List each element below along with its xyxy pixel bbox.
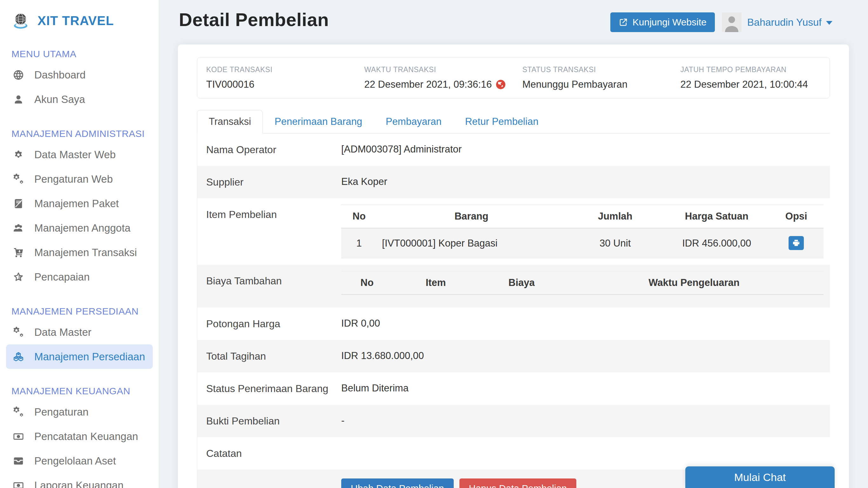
status-transaksi-value: Menunggu Pembayaran — [522, 79, 672, 90]
biaya-empty-body — [341, 295, 824, 301]
sidebar-item-label: Akun Saya — [34, 93, 85, 105]
sidebar-section-manajemen-keuangan: MANAJEMEN KEUANGAN Pengaturan Pencatatan… — [0, 386, 159, 488]
globe-icon — [11, 69, 25, 81]
external-link-icon — [619, 18, 628, 27]
sidebar-item-label: Pencatatan Keuangan — [34, 430, 138, 443]
brand-name: XIT TRAVEL — [37, 14, 114, 28]
cubes-icon — [11, 352, 25, 362]
sidebar-item-manajemen-paket[interactable]: Manajemen Paket — [0, 191, 159, 216]
money-icon — [11, 480, 25, 488]
avatar[interactable] — [722, 12, 742, 32]
users-icon — [11, 223, 25, 234]
nama-operator-value: [ADM003078] Administrator — [341, 133, 830, 165]
brand[interactable]: XIT TRAVEL — [0, 9, 159, 32]
sidebar-item-label: Manajemen Persediaan — [34, 351, 145, 363]
tab-transaksi[interactable]: Transaksi — [197, 110, 263, 133]
items-table: No Barang Jumlah Harga Satuan Opsi 1 [IV… — [341, 205, 824, 258]
visit-website-button[interactable]: Kunjungi Website — [610, 12, 715, 32]
edit-purchase-button[interactable]: Ubah Data Pembelian — [341, 479, 454, 488]
star-icon — [11, 272, 25, 282]
row-biaya-tambahan: Biaya Tambahan No Item Biaya Waktu Penge… — [197, 265, 830, 308]
sidebar-item-pengelolaan-aset[interactable]: Pengelolaan Aset — [0, 449, 159, 473]
sidebar-item-pengaturan-web[interactable]: Pengaturan Web — [0, 167, 159, 191]
supplier-value: Eka Koper — [341, 166, 830, 197]
sidebar-section-manajemen-persediaan: MANAJEMEN PERSEDIAAN Data Master Manajem… — [0, 307, 159, 369]
globe-red-icon — [496, 80, 506, 90]
row-supplier: Supplier Eka Koper — [197, 166, 830, 198]
sidebar-heading: MENU UTAMA — [0, 49, 159, 59]
items-col-jumlah: Jumlah — [566, 205, 664, 228]
row-bukti-pembelian: Bukti Pembelian - — [197, 405, 830, 437]
sidebar-item-label: Pengaturan Web — [34, 173, 113, 185]
total-tagihan-value: IDR 13.680.000,00 — [341, 340, 830, 372]
sidebar-section-manajemen-administrasi: MANAJEMEN ADMINISTRASI Data Master Web P… — [0, 129, 159, 289]
sidebar-item-manajemen-persediaan[interactable]: Manajemen Persediaan — [6, 344, 153, 369]
user-menu[interactable]: Baharudin Yusuf — [747, 17, 832, 28]
item-harga: IDR 456.000,00 — [664, 228, 769, 258]
biaya-col-waktu: Waktu Pengeluaran — [565, 271, 824, 295]
print-icon — [792, 239, 800, 247]
transaction-detail-table: Nama Operator [ADM003078] Administrator … — [197, 133, 830, 488]
sidebar-item-label: Manajemen Transaksi — [34, 247, 137, 258]
sidebar-item-manajemen-anggota[interactable]: Manajemen Anggota — [0, 216, 159, 240]
sidebar-item-data-master-web[interactable]: Data Master Web — [0, 142, 159, 167]
kode-transaksi-value: TIV000016 — [206, 79, 355, 90]
sidebar-item-pencapaian[interactable]: Pencapaian — [0, 265, 159, 289]
summary-kode-transaksi: KODE TRANSAKSI TIV000016 — [197, 65, 355, 90]
catatan-value — [341, 437, 830, 456]
gear-icon — [11, 149, 25, 160]
jatuh-tempo-value: 22 Desember 2021, 10:00:44 — [681, 79, 830, 90]
row-catatan: Catatan — [197, 437, 830, 469]
biaya-col-item: Item — [393, 271, 478, 295]
sidebar-item-pencatatan-keuangan[interactable]: Pencatatan Keuangan — [0, 424, 159, 449]
sidebar-item-label: Pencapaian — [34, 271, 90, 283]
sidebar-section-menu-utama: MENU UTAMA Dashboard Akun Saya — [0, 49, 159, 112]
brand-logo-icon — [11, 11, 30, 30]
sidebar-item-akun-saya[interactable]: Akun Saya — [0, 87, 159, 112]
item-barang: [IVT000001] Koper Bagasi — [377, 228, 566, 258]
item-no: 1 — [341, 228, 377, 258]
items-col-opsi: Opsi — [769, 205, 824, 228]
sidebar-item-label: Dashboard — [34, 69, 86, 81]
sidebar-item-label: Data Master Web — [34, 149, 116, 161]
archive-icon — [11, 456, 25, 466]
gears-icon — [11, 174, 25, 185]
start-chat-button[interactable]: Mulai Chat — [685, 466, 835, 488]
sidebar-heading: MANAJEMEN PERSEDIAAN — [0, 307, 159, 316]
chevron-down-icon — [826, 21, 832, 25]
sidebar-item-label: Laporan Keuangan — [34, 480, 124, 488]
cart-icon — [11, 247, 25, 258]
summary-waktu-transaksi: WAKTU TRANSAKSI 22 Desember 2021, 09:36:… — [355, 65, 514, 90]
row-item-pembelian: Item Pembelian No Barang Jumlah Harga Sa… — [197, 198, 830, 265]
sidebar-item-label: Manajemen Anggota — [34, 222, 131, 234]
book-icon — [11, 198, 25, 209]
sidebar-heading: MANAJEMEN ADMINISTRASI — [0, 129, 159, 139]
gears-icon — [11, 327, 25, 338]
waktu-transaksi-value: 22 Desember 2021, 09:36:16 — [365, 79, 514, 90]
bukti-pembelian-value: - — [341, 405, 830, 436]
sidebar-item-label: Pengelolaan Aset — [34, 455, 116, 467]
sidebar-item-laporan-keuangan[interactable]: Laporan Keuangan — [0, 473, 159, 488]
user-icon — [11, 94, 25, 105]
tab-pembayaran[interactable]: Pembayaran — [374, 110, 454, 133]
page-title: Detail Pembelian — [179, 9, 329, 30]
biaya-col-biaya: Biaya — [479, 271, 565, 295]
biaya-tambahan-table: No Item Biaya Waktu Pengeluaran — [341, 271, 824, 301]
sidebar-item-dashboard[interactable]: Dashboard — [0, 63, 159, 87]
biaya-col-no: No — [341, 271, 393, 295]
sidebar: XIT TRAVEL MENU UTAMA Dashboard Akun Say… — [0, 0, 159, 488]
sidebar-item-label: Data Master — [34, 326, 92, 338]
sidebar-item-data-master[interactable]: Data Master — [0, 320, 159, 344]
item-jumlah: 30 Unit — [566, 228, 664, 258]
tab-penerimaan-barang[interactable]: Penerimaan Barang — [263, 110, 374, 133]
detail-card: KODE TRANSAKSI TIV000016 WAKTU TRANSAKSI… — [178, 44, 849, 488]
sidebar-item-manajemen-transaksi[interactable]: Manajemen Transaksi — [0, 240, 159, 265]
sidebar-item-label: Pengaturan — [34, 406, 89, 418]
gears-icon — [11, 406, 25, 418]
delete-purchase-button[interactable]: Hapus Data Pembelian — [459, 479, 577, 488]
sidebar-item-label: Manajemen Paket — [34, 197, 119, 210]
print-button[interactable] — [788, 236, 804, 250]
sidebar-item-pengaturan[interactable]: Pengaturan — [0, 400, 159, 424]
potongan-harga-value: IDR 0,00 — [341, 308, 830, 339]
tab-retur-pembelian[interactable]: Retur Pembelian — [454, 110, 550, 133]
